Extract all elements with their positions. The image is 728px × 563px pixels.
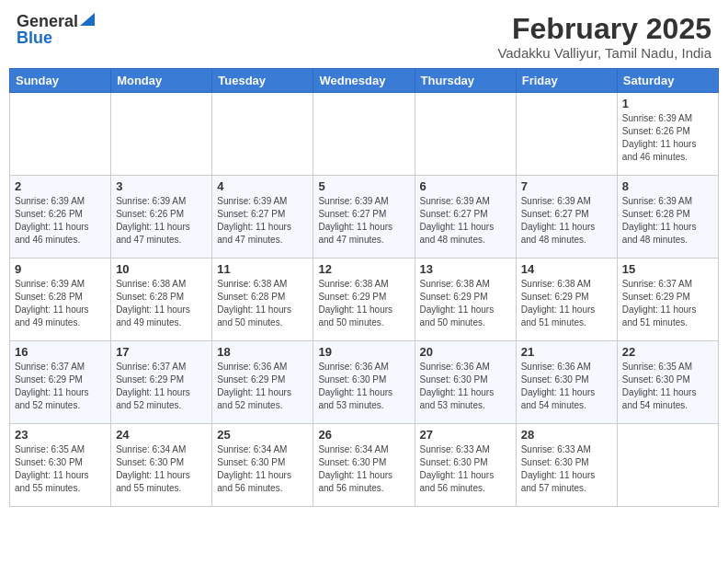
day-number: 10 (116, 262, 207, 276)
title-block: February 2025 Vadakku Valliyur, Tamil Na… (497, 13, 711, 61)
calendar-cell: 23Sunrise: 6:35 AM Sunset: 6:30 PM Dayli… (10, 424, 111, 507)
svg-marker-0 (80, 13, 95, 26)
day-number: 18 (217, 345, 308, 359)
day-info: Sunrise: 6:39 AM Sunset: 6:27 PM Dayligh… (217, 195, 308, 247)
day-info: Sunrise: 6:37 AM Sunset: 6:29 PM Dayligh… (116, 361, 207, 412)
day-number: 22 (622, 345, 713, 359)
day-info: Sunrise: 6:33 AM Sunset: 6:30 PM Dayligh… (420, 443, 511, 495)
calendar-header-row: SundayMondayTuesdayWednesdayThursdayFrid… (10, 69, 719, 93)
day-info: Sunrise: 6:37 AM Sunset: 6:29 PM Dayligh… (15, 361, 106, 412)
calendar-cell: 20Sunrise: 6:36 AM Sunset: 6:30 PM Dayli… (415, 341, 516, 424)
day-info: Sunrise: 6:39 AM Sunset: 6:28 PM Dayligh… (622, 195, 713, 247)
calendar-cell: 11Sunrise: 6:38 AM Sunset: 6:28 PM Dayli… (212, 259, 313, 341)
calendar-cell: 3Sunrise: 6:39 AM Sunset: 6:26 PM Daylig… (111, 176, 212, 259)
day-number: 28 (521, 428, 612, 442)
calendar-cell: 14Sunrise: 6:38 AM Sunset: 6:29 PM Dayli… (516, 259, 617, 341)
calendar-cell (10, 93, 111, 176)
day-number: 4 (217, 179, 308, 193)
day-number: 9 (15, 262, 106, 276)
calendar-cell: 13Sunrise: 6:38 AM Sunset: 6:29 PM Dayli… (415, 259, 516, 341)
day-info: Sunrise: 6:36 AM Sunset: 6:30 PM Dayligh… (521, 361, 612, 412)
day-number: 20 (420, 345, 511, 359)
calendar-cell (313, 93, 415, 176)
calendar-week-row: 2Sunrise: 6:39 AM Sunset: 6:26 PM Daylig… (10, 176, 719, 259)
calendar-cell (516, 93, 617, 176)
calendar-cell: 8Sunrise: 6:39 AM Sunset: 6:28 PM Daylig… (617, 176, 718, 259)
day-info: Sunrise: 6:36 AM Sunset: 6:30 PM Dayligh… (420, 361, 511, 412)
calendar-cell: 9Sunrise: 6:39 AM Sunset: 6:28 PM Daylig… (10, 259, 111, 341)
calendar-cell (415, 93, 516, 176)
calendar-day-header: Tuesday (212, 69, 313, 93)
month-title: February 2025 (497, 13, 711, 45)
calendar-cell: 19Sunrise: 6:36 AM Sunset: 6:30 PM Dayli… (313, 341, 415, 424)
day-number: 6 (420, 179, 511, 193)
day-number: 23 (15, 428, 106, 442)
day-number: 15 (622, 262, 713, 276)
day-number: 24 (116, 428, 207, 442)
calendar-cell: 28Sunrise: 6:33 AM Sunset: 6:30 PM Dayli… (516, 424, 617, 507)
location-title: Vadakku Valliyur, Tamil Nadu, India (497, 45, 711, 61)
day-info: Sunrise: 6:38 AM Sunset: 6:29 PM Dayligh… (420, 278, 511, 329)
day-info: Sunrise: 6:39 AM Sunset: 6:26 PM Dayligh… (116, 195, 207, 247)
calendar-week-row: 9Sunrise: 6:39 AM Sunset: 6:28 PM Daylig… (10, 259, 719, 341)
day-info: Sunrise: 6:38 AM Sunset: 6:29 PM Dayligh… (318, 278, 409, 329)
day-info: Sunrise: 6:39 AM Sunset: 6:27 PM Dayligh… (318, 195, 409, 247)
day-info: Sunrise: 6:38 AM Sunset: 6:29 PM Dayligh… (521, 278, 612, 329)
calendar-week-row: 1Sunrise: 6:39 AM Sunset: 6:26 PM Daylig… (10, 93, 719, 176)
calendar-cell: 22Sunrise: 6:35 AM Sunset: 6:30 PM Dayli… (617, 341, 718, 424)
calendar-cell: 24Sunrise: 6:34 AM Sunset: 6:30 PM Dayli… (111, 424, 212, 507)
day-number: 1 (622, 97, 713, 110)
day-number: 5 (318, 179, 409, 193)
logo-blue-text: Blue (17, 29, 52, 46)
day-number: 13 (420, 262, 511, 276)
day-number: 27 (420, 428, 511, 442)
day-info: Sunrise: 6:38 AM Sunset: 6:28 PM Dayligh… (217, 278, 308, 329)
calendar-cell: 18Sunrise: 6:36 AM Sunset: 6:29 PM Dayli… (212, 341, 313, 424)
day-number: 16 (15, 345, 106, 359)
calendar-cell: 15Sunrise: 6:37 AM Sunset: 6:29 PM Dayli… (617, 259, 718, 341)
day-number: 25 (217, 428, 308, 442)
day-info: Sunrise: 6:35 AM Sunset: 6:30 PM Dayligh… (622, 361, 713, 412)
day-number: 26 (318, 428, 409, 442)
day-number: 8 (622, 179, 713, 193)
logo-icon (80, 13, 95, 26)
calendar-cell: 2Sunrise: 6:39 AM Sunset: 6:26 PM Daylig… (10, 176, 111, 259)
logo: General Blue (17, 13, 95, 46)
calendar-day-header: Wednesday (313, 69, 415, 93)
day-number: 17 (116, 345, 207, 359)
calendar-cell: 7Sunrise: 6:39 AM Sunset: 6:27 PM Daylig… (516, 176, 617, 259)
day-info: Sunrise: 6:36 AM Sunset: 6:29 PM Dayligh… (217, 361, 308, 412)
calendar-week-row: 23Sunrise: 6:35 AM Sunset: 6:30 PM Dayli… (10, 424, 719, 507)
calendar-cell (212, 93, 313, 176)
logo-general-text: General (17, 13, 78, 29)
calendar-cell (617, 424, 718, 507)
calendar-day-header: Saturday (617, 69, 718, 93)
calendar-cell (111, 93, 212, 176)
day-info: Sunrise: 6:35 AM Sunset: 6:30 PM Dayligh… (15, 443, 106, 495)
calendar-day-header: Thursday (415, 69, 516, 93)
day-number: 11 (217, 262, 308, 276)
day-info: Sunrise: 6:39 AM Sunset: 6:27 PM Dayligh… (420, 195, 511, 247)
calendar-day-header: Sunday (10, 69, 111, 93)
day-info: Sunrise: 6:38 AM Sunset: 6:28 PM Dayligh… (116, 278, 207, 329)
calendar-cell: 16Sunrise: 6:37 AM Sunset: 6:29 PM Dayli… (10, 341, 111, 424)
day-info: Sunrise: 6:34 AM Sunset: 6:30 PM Dayligh… (116, 443, 207, 495)
calendar-cell: 1Sunrise: 6:39 AM Sunset: 6:26 PM Daylig… (617, 93, 718, 176)
day-info: Sunrise: 6:39 AM Sunset: 6:28 PM Dayligh… (15, 278, 106, 329)
calendar-cell: 25Sunrise: 6:34 AM Sunset: 6:30 PM Dayli… (212, 424, 313, 507)
calendar-cell: 4Sunrise: 6:39 AM Sunset: 6:27 PM Daylig… (212, 176, 313, 259)
calendar-week-row: 16Sunrise: 6:37 AM Sunset: 6:29 PM Dayli… (10, 341, 719, 424)
calendar-cell: 12Sunrise: 6:38 AM Sunset: 6:29 PM Dayli… (313, 259, 415, 341)
day-info: Sunrise: 6:39 AM Sunset: 6:26 PM Dayligh… (15, 195, 106, 247)
day-number: 12 (318, 262, 409, 276)
page-header: General Blue February 2025 Vadakku Valli… (9, 9, 719, 64)
day-info: Sunrise: 6:34 AM Sunset: 6:30 PM Dayligh… (318, 443, 409, 495)
calendar-cell: 10Sunrise: 6:38 AM Sunset: 6:28 PM Dayli… (111, 259, 212, 341)
calendar-cell: 26Sunrise: 6:34 AM Sunset: 6:30 PM Dayli… (313, 424, 415, 507)
calendar-cell: 21Sunrise: 6:36 AM Sunset: 6:30 PM Dayli… (516, 341, 617, 424)
day-number: 21 (521, 345, 612, 359)
day-info: Sunrise: 6:33 AM Sunset: 6:30 PM Dayligh… (521, 443, 612, 495)
day-info: Sunrise: 6:39 AM Sunset: 6:27 PM Dayligh… (521, 195, 612, 247)
day-info: Sunrise: 6:34 AM Sunset: 6:30 PM Dayligh… (217, 443, 308, 495)
day-number: 2 (15, 179, 106, 193)
